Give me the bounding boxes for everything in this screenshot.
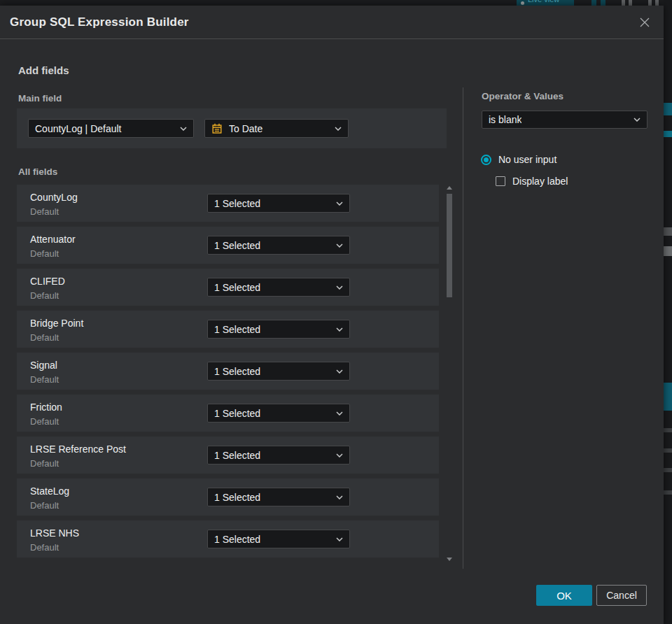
field-subtitle: Default [30,500,59,511]
field-selection-value: 1 Selected [214,492,260,503]
field-name: Attenuator [30,234,76,245]
field-name: StateLog [30,485,69,497]
chevron-down-icon [336,411,343,416]
field-selection-value: 1 Selected [214,408,260,419]
field-row-lrse-nhs: LRSE NHS Default 1 Selected [17,520,439,558]
field-subtitle: Default [30,332,59,343]
backdrop-fragment [664,227,672,236]
field-name: Friction [30,402,62,413]
backdrop-fragment [664,103,672,115]
chevron-down-icon [336,495,343,499]
backdrop-fragment [664,246,672,256]
vertical-divider [463,87,463,569]
chevron-down-icon [336,201,343,206]
field-name: LRSE NHS [30,527,79,539]
field-name: LRSE Reference Post [30,444,126,455]
chevron-down-icon [336,327,343,332]
main-field-label: Main field [18,93,62,104]
field-selection-value: 1 Selected [214,282,260,293]
checkbox-unchecked-icon [496,176,505,186]
field-selection-dropdown[interactable]: 1 Selected [207,320,350,339]
field-row-countylog: CountyLog Default 1 Selected [17,185,439,222]
field-row-bridge-point: Bridge Point Default 1 Selected [17,311,439,348]
backdrop-fragment [664,490,672,495]
backdrop-fragment [664,383,672,411]
chevron-down-icon [336,285,343,290]
main-field-select-value: CountyLog | Default [35,123,122,134]
field-selection-dropdown[interactable]: 1 Selected [207,446,350,465]
main-field-panel: CountyLog | Default To Date [17,108,447,148]
live-view-tab: Live view [517,0,574,6]
field-subtitle: Default [30,416,59,427]
scroll-up-arrow-icon[interactable] [447,186,452,190]
field-selection-value: 1 Selected [214,366,260,377]
chevron-down-icon [180,127,187,131]
group-sql-expression-builder-dialog: Group SQL Expression Builder Add fields … [0,6,664,624]
operator-values-label: Operator & Values [482,91,564,101]
backdrop-fragment [664,131,672,137]
field-selection-value: 1 Selected [214,450,260,461]
field-selection-dropdown[interactable]: 1 Selected [207,488,350,506]
main-field-value: To Date [229,123,262,134]
live-view-dot-icon [521,1,524,5]
cancel-button[interactable]: Cancel [596,585,647,606]
field-row-attenuator: Attenuator Default 1 Selected [17,227,439,264]
chevron-down-icon [336,369,343,374]
dialog-header: Group SQL Expression Builder [0,6,664,39]
scroll-down-arrow-icon[interactable] [447,558,452,561]
ok-button[interactable]: OK [536,585,592,606]
field-row-clifed: CLIFED Default 1 Selected [17,269,439,306]
chevron-down-icon [335,127,342,131]
field-selection-value: 1 Selected [214,534,260,545]
chevron-down-icon [336,243,343,248]
background-app-right-strip [664,0,672,624]
field-name: CountyLog [30,192,78,203]
operator-value: is blank [489,114,522,125]
backdrop-fragment [655,0,659,6]
main-field-value-select[interactable]: To Date [204,119,349,138]
field-subtitle: Default [30,248,59,259]
field-name: CLIFED [30,276,65,287]
display-label-checkbox[interactable]: Display label [496,176,568,187]
field-row-friction: Friction Default 1 Selected [17,395,439,432]
chevron-down-icon [336,537,343,541]
backdrop-fragment [664,428,672,432]
field-name: Signal [30,360,57,371]
field-row-signal: Signal Default 1 Selected [17,353,439,390]
field-subtitle: Default [30,374,59,385]
field-subtitle: Default [30,206,59,217]
field-selection-dropdown[interactable]: 1 Selected [207,530,350,548]
chevron-down-icon [634,118,640,122]
add-fields-heading: Add fields [18,64,69,76]
field-selection-value: 1 Selected [214,324,260,335]
field-subtitle: Default [30,542,59,553]
chevron-down-icon [336,453,343,458]
radio-selected-icon [481,155,491,165]
backdrop-fragment [592,0,596,6]
field-subtitle: Default [30,290,59,301]
no-user-input-label: No user input [498,154,556,165]
field-row-statelog: StateLog Default 1 Selected [17,478,439,516]
field-selection-dropdown[interactable]: 1 Selected [207,404,350,423]
field-selection-dropdown[interactable]: 1 Selected [207,278,350,297]
no-user-input-radio[interactable]: No user input [481,154,556,165]
live-view-label: Live view [528,0,559,3]
all-fields-list: CountyLog Default 1 Selected Attenuator … [17,185,439,562]
field-subtitle: Default [30,458,59,469]
close-button[interactable] [636,13,654,31]
all-fields-label: All fields [18,166,57,177]
backdrop-fragment [601,0,606,6]
close-icon [638,15,652,29]
backdrop-fragment [622,0,625,6]
background-app-top-strip: Live view [0,0,672,6]
operator-select[interactable]: is blank [482,111,648,129]
field-row-lrse-reference-post: LRSE Reference Post Default 1 Selected [17,437,439,474]
scrollbar-thumb[interactable] [447,194,452,297]
field-selection-value: 1 Selected [214,240,260,251]
field-selection-value: 1 Selected [214,198,260,209]
field-selection-dropdown[interactable]: 1 Selected [207,362,350,381]
field-selection-dropdown[interactable]: 1 Selected [207,236,350,255]
main-field-select[interactable]: CountyLog | Default [28,119,194,138]
backdrop-fragment [664,468,672,472]
field-selection-dropdown[interactable]: 1 Selected [207,194,350,213]
